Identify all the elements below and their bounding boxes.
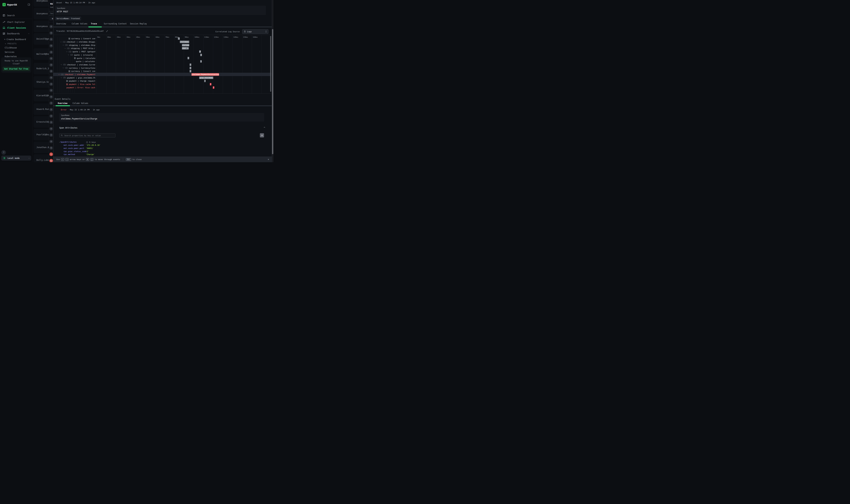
attribute-key[interactable]: rpc.grpc.status_code [64, 150, 87, 152]
trace-tree-row[interactable]: (1)shipping | POST http://quo… [64, 47, 95, 50]
help-button[interactable]: ? [1, 150, 6, 155]
span-duration-bar[interactable]: ( [200, 60, 202, 62]
scrollbar-thumb[interactable] [272, 29, 273, 154]
get-started-button[interactable]: Get Started for Free [3, 67, 30, 71]
session-event-marker[interactable] [49, 107, 53, 113]
map-pin-icon [49, 108, 53, 111]
tab-surrounding-context[interactable]: Surrounding Context [104, 22, 127, 25]
trace-tree-row[interactable]: (1)checkout | oteldemo.PaymentServi… [58, 73, 95, 76]
service-name-chip[interactable]: ServiceName: frontend [55, 17, 81, 20]
trace-tree-row[interactable]: (2)quote | {closure} [68, 53, 95, 57]
sidebar-item-client-sessions[interactable]: Client Sessions [0, 25, 32, 31]
trace-tree-row[interactable]: currency | Convert convers… [68, 37, 95, 40]
span-duration-bar[interactable]: ( [189, 70, 191, 72]
session-event-marker[interactable] [49, 75, 53, 81]
attribute-value: "50051" [86, 147, 94, 149]
trace-tree-row[interactable]: quote | calculate-quote [76, 60, 95, 63]
trace-tree-row[interactable]: payment | Charge request rec… [66, 79, 95, 83]
tab-overview[interactable]: Overview [56, 22, 66, 25]
span-duration-bar[interactable]: ( [187, 57, 189, 59]
attr-root-name[interactable]: SpanAttributes [60, 141, 77, 143]
session-event-marker[interactable] [49, 119, 53, 126]
session-event-marker[interactable] [49, 30, 53, 36]
collapse-section-icon[interactable] [264, 126, 266, 128]
span-name-value: oteldemo.PaymentService/Charge [61, 118, 97, 120]
preset-item-services[interactable]: Services [0, 49, 32, 53]
trace-tree-row[interactable]: (3)payment | grpc.oteldemo.Paymen… [60, 76, 95, 79]
log-source-select[interactable]: Logs [242, 29, 268, 34]
session-event-marker[interactable] [49, 49, 53, 55]
session-event-marker[interactable] [49, 132, 53, 139]
session-event-marker[interactable] [49, 126, 53, 132]
session-event-marker[interactable] [49, 36, 53, 43]
trace-tree-row[interactable]: payment | Error: Visa cache ful… [67, 86, 95, 89]
chevron-right-icon: › [29, 157, 30, 159]
edit-trace-id-icon[interactable] [106, 30, 108, 32]
map-pin-icon [49, 101, 53, 105]
tab-trace[interactable]: Trace [91, 22, 97, 25]
session-event-marker[interactable] [49, 100, 53, 107]
session-event-marker[interactable] [49, 62, 53, 68]
attribute-key[interactable]: rpc.method [64, 153, 75, 156]
span-duration-bar[interactable]: E [213, 86, 214, 89]
collapse-caret-icon[interactable]: ▾ [59, 141, 60, 143]
span-duration-bar[interactable]: oteldemo. [180, 41, 189, 43]
span-duration-bar[interactable]: grpc.oteldemo. [199, 76, 213, 79]
create-dashboard-button[interactable]: + Create Dashboard [0, 36, 32, 41]
sidebar-item-dashboards[interactable]: Dashboards [0, 31, 32, 36]
span-duration-bar[interactable]: ( [189, 67, 191, 69]
session-event-marker[interactable] [49, 113, 53, 119]
attribute-search-input[interactable] [64, 134, 114, 137]
span-duration-bar[interactable]: P [199, 50, 201, 53]
collapse-sidebar-icon[interactable] [28, 3, 30, 6]
trace-tree-row[interactable]: (1)shipping | oteldemo.Shipping… [62, 43, 95, 47]
attribute-key[interactable]: net.sock.peer.port [64, 147, 84, 149]
span-duration-bar[interactable]: ( [178, 37, 180, 40]
close-panel-icon[interactable]: ✕ [268, 158, 269, 161]
span-duration-bar[interactable]: V [210, 83, 211, 86]
session-event-marker[interactable] [49, 151, 53, 158]
trace-tree-row[interactable]: currency | Convert convers… [68, 70, 95, 73]
span-duration-bar[interactable]: POST ht [182, 47, 189, 50]
session-event-marker[interactable] [49, 145, 53, 151]
attribute-key[interactable]: net.sock.peer.addr [64, 144, 84, 146]
covered-filter-chip[interactable]: H [50, 17, 53, 21]
waterfall-scrollbar-thumb[interactable] [270, 36, 271, 92]
session-event-marker[interactable] [49, 23, 53, 30]
span-row-label: quote | Calculated q… [77, 57, 95, 59]
session-event-marker[interactable] [49, 81, 53, 87]
event-details-tab-column-values[interactable]: Column Values [73, 102, 88, 105]
trace-tree-row[interactable]: quote | Calculated q… [74, 56, 95, 60]
session-event-marker[interactable] [49, 94, 53, 100]
session-event-marker[interactable] [49, 43, 53, 49]
settings-gear-button[interactable] [260, 133, 264, 138]
map-pin-icon [50, 45, 52, 47]
trace-tree-row[interactable]: (1)quote | POST /getquote [66, 50, 95, 53]
tab-column-values[interactable]: Column Values [72, 22, 87, 25]
span-duration-bar[interactable]: oteldemo [182, 44, 189, 47]
session-event-marker[interactable] [49, 68, 53, 75]
preset-item-kubernetes[interactable]: Kubernetes [0, 53, 32, 58]
trace-tree-row[interactable]: (1)currency | Currency/Convert [62, 66, 95, 70]
covered-search-input[interactable]: Sea [49, 11, 53, 16]
preset-item-clickhouse[interactable]: Clickhouse [0, 44, 32, 49]
session-event-marker[interactable] [49, 87, 53, 94]
span-duration-bar[interactable]: oteldemo.PaymentService/Char [192, 73, 219, 76]
sidebar-item-search[interactable]: Search [0, 13, 32, 18]
session-event-marker[interactable] [49, 55, 53, 62]
hint-text: to move through events [95, 158, 120, 161]
trace-tree-row[interactable]: payment | Visa cache full: c… [66, 83, 95, 86]
time-axis-label: 110ms [204, 36, 209, 38]
event-details-tab-overview[interactable]: Overview [58, 102, 67, 105]
span-duration-bar[interactable]: ( [204, 80, 205, 82]
session-event-marker[interactable] [49, 158, 53, 162]
sidebar-item-chart-explorer[interactable]: Chart Explorer [0, 19, 32, 25]
trace-tree-row[interactable]: (1)checkout | oteldemo.ShippingSe… [60, 40, 95, 43]
local-mode-button[interactable]: U Local mode › [1, 156, 31, 161]
span-duration-bar[interactable]: { [200, 54, 202, 56]
session-event-marker[interactable] [49, 139, 53, 145]
tab-session-replay[interactable]: Session Replay [130, 22, 147, 25]
presets-section-toggle[interactable]: PRESETS [0, 41, 32, 44]
trace-tree-row[interactable]: (1)checkout | oteldemo.CurrencySe… [60, 63, 95, 67]
span-duration-bar[interactable]: ( [189, 64, 191, 66]
